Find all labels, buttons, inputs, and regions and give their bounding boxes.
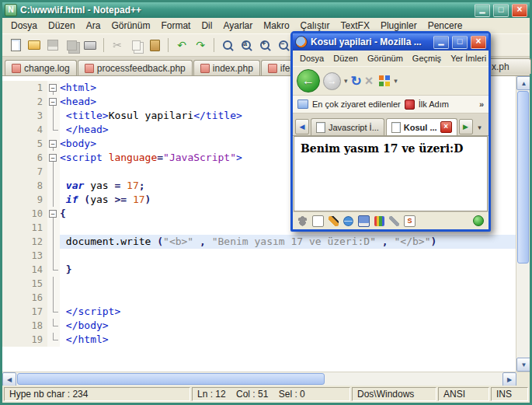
fold-guide bbox=[47, 277, 60, 291]
navbar-dropdown-icon[interactable] bbox=[394, 77, 398, 85]
editor-line-17[interactable]: 17 </script> bbox=[2, 305, 516, 319]
most-visited-folder-icon bbox=[297, 100, 308, 109]
document-icon[interactable] bbox=[312, 215, 324, 227]
firefox-close-button[interactable] bbox=[471, 36, 486, 49]
npp-menu-dosya[interactable]: Dosya bbox=[5, 19, 43, 33]
scroll-up-icon[interactable] bbox=[516, 76, 530, 90]
scroll-track[interactable] bbox=[516, 264, 530, 358]
ff-menu-yer-i-mleri[interactable]: Yer İmleri bbox=[446, 52, 491, 65]
disk-icon[interactable] bbox=[358, 215, 370, 227]
fold-collapse-icon[interactable] bbox=[47, 95, 60, 109]
forward-button[interactable] bbox=[323, 72, 341, 90]
notepad-titlebar[interactable]: C:\www\if.html - Notepad++ bbox=[2, 2, 530, 18]
fold-guide bbox=[47, 221, 60, 235]
script-icon[interactable] bbox=[404, 215, 416, 227]
tab-scroll-left-button[interactable]: ◀ bbox=[295, 119, 309, 134]
palette-icon[interactable] bbox=[374, 216, 384, 226]
ff-menu-d-zen[interactable]: Düzen bbox=[329, 52, 363, 65]
page-icon bbox=[316, 122, 325, 133]
tab-javascript[interactable]: Javascript İ... bbox=[311, 118, 384, 135]
editor-line-16[interactable]: 16 bbox=[2, 291, 516, 305]
fold-collapse-icon[interactable] bbox=[47, 151, 60, 165]
npp-menu-format[interactable]: Format bbox=[155, 19, 196, 33]
npp-menu-d-zen[interactable]: Düzen bbox=[43, 19, 81, 33]
npp-tab-change-log[interactable]: change.log bbox=[5, 60, 77, 75]
tab-scroll-right-button[interactable]: ▶ bbox=[459, 119, 473, 134]
status-ok-icon bbox=[473, 215, 484, 226]
ff-menu-dosya[interactable]: Dosya bbox=[295, 52, 329, 65]
close-button[interactable] bbox=[512, 4, 527, 17]
ff-menu-g-r-n-m[interactable]: Görünüm bbox=[363, 52, 408, 65]
zoom-out-icon[interactable] bbox=[275, 37, 292, 54]
bookmark-ilk-adim[interactable]: İlk Adım bbox=[419, 100, 449, 109]
firefox-minimize-button[interactable] bbox=[433, 36, 449, 49]
tab-javascript-label: Javascript İ... bbox=[329, 123, 379, 132]
tab-list-dropdown-icon[interactable]: ▾ bbox=[475, 120, 485, 134]
npp-menu-ayarlar[interactable]: Ayarlar bbox=[217, 19, 258, 33]
pencil-icon[interactable] bbox=[329, 216, 339, 226]
status-encoding[interactable]: ANSI bbox=[438, 387, 489, 401]
apps-grid-icon[interactable] bbox=[379, 75, 391, 87]
new-file-icon[interactable] bbox=[7, 37, 24, 54]
line-number: 7 bbox=[2, 165, 47, 179]
editor-line-19[interactable]: 19 </html> bbox=[2, 333, 516, 347]
npp-menu-g-r-n-m[interactable]: Görünüm bbox=[106, 19, 155, 33]
fold-guide bbox=[47, 319, 60, 333]
status-insert-mode[interactable]: INS bbox=[491, 387, 528, 401]
forward-dropdown-icon[interactable] bbox=[344, 77, 348, 85]
print-icon[interactable] bbox=[82, 37, 99, 54]
minimize-button[interactable] bbox=[475, 4, 490, 17]
fold-guide bbox=[47, 305, 60, 319]
editor-line-14[interactable]: 14 } bbox=[2, 263, 516, 277]
tab-file-icon bbox=[200, 64, 210, 73]
replace-icon[interactable] bbox=[238, 37, 255, 54]
status-eol-format[interactable]: Dos\Windows bbox=[352, 387, 436, 401]
line-number: 6 bbox=[2, 151, 47, 165]
editor-line-15[interactable]: 15 bbox=[2, 277, 516, 291]
globe-icon[interactable] bbox=[343, 216, 353, 226]
maximize-button[interactable] bbox=[493, 4, 509, 17]
editor-horizontal-scrollbar[interactable] bbox=[2, 372, 530, 386]
line-number: 14 bbox=[2, 263, 47, 277]
scroll-down-icon[interactable] bbox=[516, 358, 530, 372]
firefox-window: Kosul yapilari - Mozilla ... DosyaDüzenG… bbox=[290, 31, 491, 232]
page-text: Benim yasım 17 ve üzeri:D bbox=[301, 142, 463, 155]
open-folder-icon[interactable] bbox=[26, 37, 43, 54]
fold-guide bbox=[47, 291, 60, 305]
tab-close-button[interactable] bbox=[440, 121, 452, 133]
tab-kosul[interactable]: Kosul ... bbox=[386, 118, 457, 135]
editor-line-12[interactable]: 12 document.write ("<b>" , "Benim yasım … bbox=[2, 235, 516, 249]
bookmarks-overflow-chevron[interactable]: » bbox=[479, 100, 484, 109]
npp-tab-partial[interactable]: x.ph bbox=[485, 58, 531, 74]
notepad-window-title: C:\www\if.html - Notepad++ bbox=[20, 5, 471, 16]
firefox-titlebar[interactable]: Kosul yapilari - Mozilla ... bbox=[293, 33, 489, 51]
firefox-maximize-button[interactable] bbox=[452, 36, 468, 49]
editor-line-18[interactable]: 18 </body> bbox=[2, 319, 516, 333]
fold-collapse-icon[interactable] bbox=[47, 207, 60, 221]
npp-menu-makro[interactable]: Makro bbox=[258, 19, 294, 33]
back-button[interactable] bbox=[297, 69, 320, 93]
vertical-scroll-thumb[interactable] bbox=[517, 91, 529, 264]
undo-icon[interactable]: ↶ bbox=[173, 37, 190, 54]
paw-icon[interactable] bbox=[297, 216, 308, 226]
line-number: 4 bbox=[2, 123, 47, 137]
scroll-track-h[interactable] bbox=[325, 372, 502, 386]
horizontal-scroll-thumb[interactable] bbox=[17, 373, 325, 385]
fold-collapse-icon[interactable] bbox=[47, 81, 60, 95]
wrench-icon[interactable] bbox=[389, 216, 399, 226]
ff-menu-ge-mi[interactable]: Geçmiş bbox=[408, 52, 446, 65]
npp-tab-index-php[interactable]: index.php bbox=[193, 60, 260, 75]
zoom-in-icon[interactable] bbox=[256, 37, 273, 54]
npp-menu-ara[interactable]: Ara bbox=[81, 19, 106, 33]
editor-line-13[interactable]: 13 bbox=[2, 249, 516, 263]
npp-tab-processfeedback-php[interactable]: processfeedback.php bbox=[78, 60, 193, 75]
refresh-button[interactable] bbox=[351, 75, 362, 88]
browser-content: Benim yasım 17 ve üzeri:D bbox=[294, 136, 488, 211]
paste-icon[interactable] bbox=[146, 37, 163, 54]
find-icon[interactable] bbox=[219, 37, 236, 54]
redo-icon[interactable]: ↷ bbox=[192, 37, 209, 54]
editor-vertical-scrollbar[interactable] bbox=[516, 76, 530, 372]
bookmark-most-visited[interactable]: En çok ziyaret edilenler bbox=[312, 100, 401, 109]
fold-collapse-icon[interactable] bbox=[47, 137, 60, 151]
npp-menu-dil[interactable]: Dil bbox=[196, 19, 217, 33]
